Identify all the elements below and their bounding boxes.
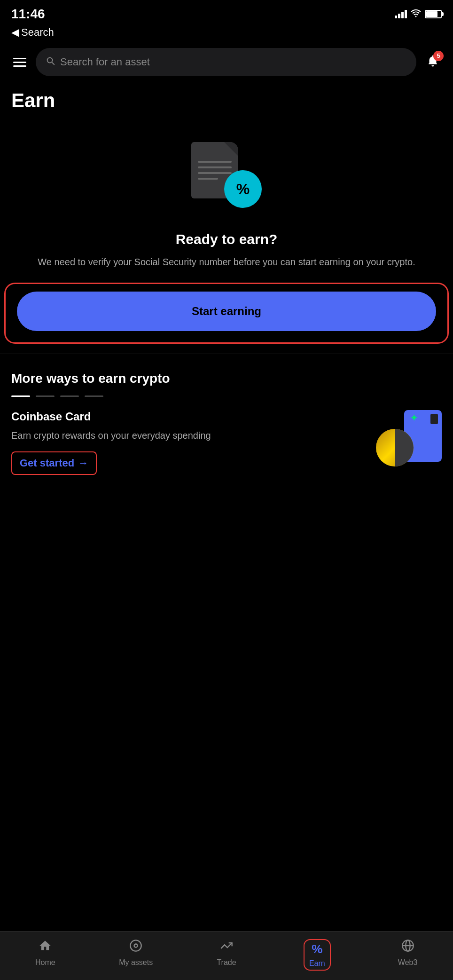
nav-item-earn[interactable]: % Earn xyxy=(298,939,336,971)
earn-promo-title: Ready to earn? xyxy=(21,231,432,247)
status-icons xyxy=(395,9,442,20)
earn-promo-section: Ready to earn? We need to verify your So… xyxy=(11,222,442,284)
status-bar: 11:46 xyxy=(0,0,453,26)
bottom-navigation: Home My assets Trade % Earn xyxy=(0,931,453,980)
menu-button[interactable] xyxy=(11,56,28,69)
svg-point-0 xyxy=(131,940,141,951)
coinbase-card-section: Coinbase Card Earn crypto rewards on you… xyxy=(0,410,453,475)
main-content: % Ready to earn? We need to verify your … xyxy=(0,123,453,284)
coinbase-card-description: Earn crypto rewards on your everyday spe… xyxy=(11,429,367,442)
section-divider xyxy=(0,354,453,354)
arrow-right-icon: → xyxy=(78,457,88,469)
home-label: Home xyxy=(35,958,55,967)
search-bar[interactable]: Search for an asset xyxy=(36,48,416,76)
sparkle-icon: ✦ xyxy=(410,412,418,424)
trade-label: Trade xyxy=(217,958,236,967)
search-placeholder: Search for an asset xyxy=(60,56,150,68)
wifi-icon xyxy=(411,9,421,20)
status-time: 11:46 xyxy=(11,7,45,22)
back-label: Search xyxy=(21,26,54,39)
earn-label: Earn xyxy=(309,959,325,968)
earn-icon: % xyxy=(312,942,322,956)
coinbase-card-title: Coinbase Card xyxy=(11,410,367,423)
nav-earn-wrapper: % Earn xyxy=(304,939,331,971)
home-icon xyxy=(39,939,52,956)
signal-bars-icon xyxy=(395,10,407,18)
nav-item-my-assets[interactable]: My assets xyxy=(117,939,155,967)
start-earning-wrapper: Start earning xyxy=(6,284,447,342)
percent-badge-icon: % xyxy=(224,170,262,208)
earn-promo-description: We need to verify your Social Security n… xyxy=(21,255,432,269)
notification-badge: 5 xyxy=(433,51,444,61)
page-title: Earn xyxy=(0,82,453,123)
tab-indicator-3 xyxy=(85,395,103,397)
tab-indicator-2 xyxy=(60,395,79,397)
more-ways-section: More ways to earn crypto xyxy=(0,358,453,397)
header: Search for an asset 5 xyxy=(0,42,453,82)
my-assets-label: My assets xyxy=(119,958,153,967)
card-chip xyxy=(430,414,438,424)
back-navigation[interactable]: ◀ Search xyxy=(0,26,453,42)
get-started-button[interactable]: Get started → xyxy=(11,451,97,475)
my-assets-icon xyxy=(129,939,142,956)
coinbase-card-content: Coinbase Card Earn crypto rewards on you… xyxy=(11,410,367,475)
back-button[interactable]: ◀ Search xyxy=(11,26,442,39)
tab-indicator-1 xyxy=(36,395,55,397)
more-ways-title: More ways to earn crypto xyxy=(11,371,442,386)
svg-point-1 xyxy=(134,944,138,948)
get-started-label: Get started xyxy=(20,457,74,469)
notification-button[interactable]: 5 xyxy=(424,52,442,73)
web3-label: Web3 xyxy=(398,958,418,967)
tab-indicators xyxy=(11,395,442,397)
card-illustration: ✦ xyxy=(376,410,442,471)
battery-icon xyxy=(425,10,442,18)
back-arrow-icon: ◀ xyxy=(11,26,19,39)
tab-indicator-active xyxy=(11,395,30,397)
nav-item-web3[interactable]: Web3 xyxy=(389,939,427,967)
start-earning-button[interactable]: Start earning xyxy=(17,292,436,331)
nav-item-trade[interactable]: Trade xyxy=(208,939,245,967)
trade-icon xyxy=(220,939,233,956)
earn-illustration: % xyxy=(11,123,442,222)
search-icon xyxy=(45,55,55,69)
web3-icon xyxy=(401,939,414,956)
card-coin xyxy=(376,429,414,466)
nav-item-home[interactable]: Home xyxy=(26,939,64,967)
